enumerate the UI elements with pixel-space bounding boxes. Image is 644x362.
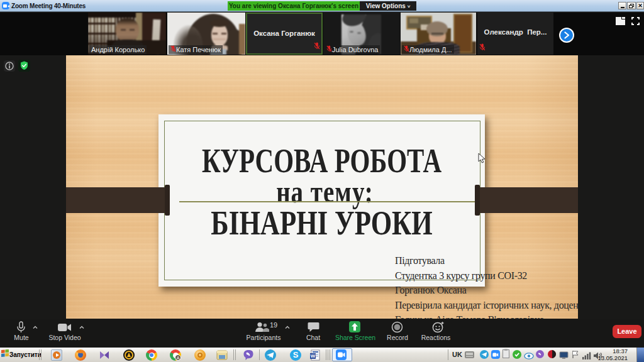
svg-text:W: W [311,353,316,359]
